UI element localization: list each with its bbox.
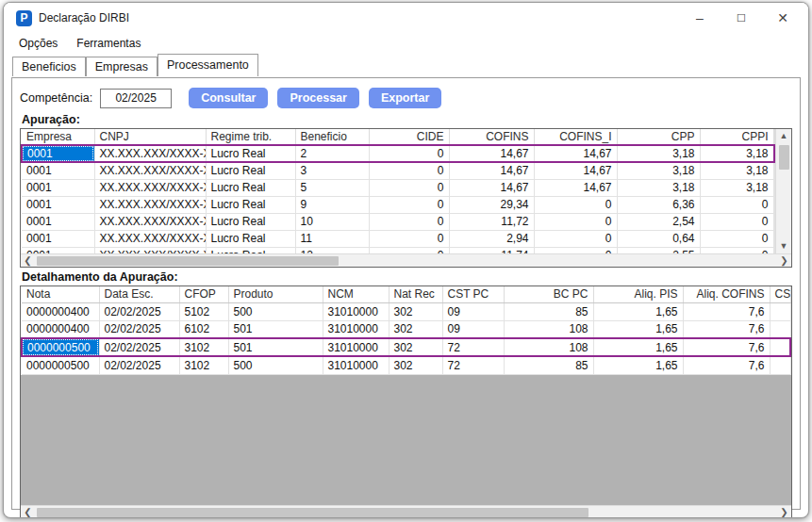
- cell[interactable]: 3,18: [617, 162, 700, 179]
- cell[interactable]: Lucro Real: [206, 230, 295, 247]
- cell[interactable]: 31010000: [323, 302, 389, 320]
- cell[interactable]: 85: [504, 302, 593, 320]
- cell[interactable]: 9: [295, 196, 369, 213]
- cell[interactable]: 02/02/2025: [99, 302, 179, 320]
- cell[interactable]: 14,67: [534, 162, 617, 179]
- cell[interactable]: 3102: [179, 356, 228, 374]
- tab-processamento[interactable]: Processamento: [157, 54, 258, 76]
- tab-beneficios[interactable]: Beneficios: [12, 57, 86, 76]
- cell[interactable]: XX.XXX.XXX/XXXX-XX: [94, 230, 206, 247]
- cell[interactable]: 0: [369, 230, 449, 247]
- cell[interactable]: 2,55: [617, 247, 700, 253]
- table-row[interactable]: 0001XX.XXX.XXX/XXXX-XXLucro Real5014,671…: [22, 179, 774, 196]
- cell[interactable]: 0000000400: [22, 320, 99, 338]
- cell[interactable]: 0: [369, 213, 449, 230]
- cell[interactable]: 7,6: [683, 320, 770, 338]
- table-row[interactable]: 0001XX.XXX.XXX/XXXX-XXLucro Real1102,940…: [22, 230, 774, 247]
- cell[interactable]: 10: [295, 213, 369, 230]
- apuracao-horizontal-scrollbar[interactable]: ❮ ❯: [21, 253, 791, 267]
- cell[interactable]: 5: [295, 179, 369, 196]
- column-header[interactable]: CNPJ: [94, 129, 206, 145]
- column-header[interactable]: Regime trib.: [206, 129, 295, 145]
- cell[interactable]: XX.XXX.XXX/XXXX-XX: [94, 179, 206, 196]
- cell[interactable]: 3: [295, 162, 369, 179]
- cell[interactable]: 72: [442, 338, 504, 356]
- cell[interactable]: 14,67: [449, 162, 534, 179]
- cell[interactable]: 2,54: [617, 213, 700, 230]
- column-header[interactable]: CST PC: [442, 286, 504, 302]
- cell[interactable]: 14,67: [534, 145, 617, 162]
- cell[interactable]: 0001: [22, 179, 94, 196]
- processar-button[interactable]: Processar: [277, 88, 358, 108]
- cell[interactable]: 501: [228, 338, 323, 356]
- cell[interactable]: [770, 302, 790, 320]
- cell[interactable]: 0: [534, 247, 617, 253]
- cell[interactable]: XX.XXX.XXX/XXXX-XX: [94, 213, 206, 230]
- cell[interactable]: 0: [534, 196, 617, 213]
- column-header[interactable]: COFINS_I: [534, 129, 617, 145]
- scroll-left-icon[interactable]: ❮: [21, 254, 35, 267]
- cell[interactable]: 0: [369, 247, 449, 253]
- cell[interactable]: 11,72: [449, 213, 534, 230]
- cell[interactable]: 0000000500: [22, 356, 99, 374]
- column-header[interactable]: Beneficio: [295, 129, 369, 145]
- column-header[interactable]: [773, 129, 774, 145]
- cell[interactable]: 11,74: [449, 247, 534, 253]
- cell[interactable]: 0001: [22, 247, 94, 253]
- cell[interactable]: [770, 338, 790, 356]
- exportar-button[interactable]: Exportar: [369, 88, 441, 108]
- cell[interactable]: XX.XXX.XXX/XXXX-XX: [94, 196, 206, 213]
- cell[interactable]: 1,65: [593, 356, 683, 374]
- cell[interactable]: 29,34: [449, 196, 534, 213]
- cell[interactable]: 0: [700, 213, 773, 230]
- cell[interactable]: 0: [534, 230, 617, 247]
- menu-ferramentas[interactable]: Ferramentas: [69, 35, 148, 52]
- table-row[interactable]: 000000050002/02/202531025013101000030272…: [22, 338, 790, 356]
- cell[interactable]: [770, 320, 790, 338]
- cell[interactable]: 14,67: [449, 179, 534, 196]
- cell[interactable]: 500: [228, 356, 323, 374]
- cell[interactable]: 0: [369, 162, 449, 179]
- scroll-right-icon[interactable]: ❯: [777, 254, 791, 267]
- cell[interactable]: 0: [369, 145, 449, 162]
- cell[interactable]: 7,6: [683, 356, 770, 374]
- cell[interactable]: 0: [534, 213, 617, 230]
- cell[interactable]: 72: [442, 356, 504, 374]
- detalhamento-hscroll-thumb[interactable]: [37, 508, 588, 517]
- cell[interactable]: Lucro Real: [206, 145, 295, 162]
- competencia-input[interactable]: [100, 89, 172, 108]
- cell[interactable]: 1,65: [593, 338, 683, 356]
- cell[interactable]: 302: [389, 320, 442, 338]
- cell[interactable]: 02/02/2025: [99, 338, 179, 356]
- cell[interactable]: 31010000: [323, 338, 389, 356]
- column-header[interactable]: CPP: [617, 129, 700, 145]
- cell[interactable]: Lucro Real: [206, 179, 295, 196]
- cell[interactable]: 501: [228, 320, 323, 338]
- table-row[interactable]: 0001XX.XXX.XXX/XXXX-XXLucro Real12011,74…: [22, 247, 774, 253]
- column-header[interactable]: CPPI: [700, 129, 773, 145]
- cell[interactable]: [773, 247, 774, 253]
- cell[interactable]: [773, 230, 774, 247]
- cell[interactable]: 500: [228, 302, 323, 320]
- cell[interactable]: [773, 196, 774, 213]
- column-header[interactable]: Aliq. PIS: [593, 286, 683, 302]
- detalhamento-horizontal-scrollbar[interactable]: ❮ ❯: [21, 505, 791, 518]
- cell[interactable]: 0001: [22, 230, 94, 247]
- cell[interactable]: 7,6: [683, 338, 770, 356]
- cell[interactable]: 3102: [179, 338, 228, 356]
- cell[interactable]: 0001: [22, 145, 94, 162]
- cell[interactable]: 31010000: [323, 356, 389, 374]
- table-row[interactable]: 0001XX.XXX.XXX/XXXX-XXLucro Real3014,671…: [22, 162, 774, 179]
- cell[interactable]: 0: [369, 179, 449, 196]
- column-header[interactable]: COFINS: [449, 129, 534, 145]
- cell[interactable]: 108: [504, 320, 593, 338]
- cell[interactable]: XX.XXX.XXX/XXXX-XX: [94, 162, 206, 179]
- cell[interactable]: 3,18: [617, 179, 700, 196]
- cell[interactable]: Lucro Real: [206, 196, 295, 213]
- table-row[interactable]: 000000040002/02/202561025013101000030209…: [22, 320, 790, 338]
- cell[interactable]: 0: [369, 196, 449, 213]
- cell[interactable]: 02/02/2025: [99, 356, 179, 374]
- close-icon[interactable]: ✕: [774, 9, 791, 26]
- cell[interactable]: 302: [389, 356, 442, 374]
- column-header[interactable]: NCM: [323, 286, 389, 302]
